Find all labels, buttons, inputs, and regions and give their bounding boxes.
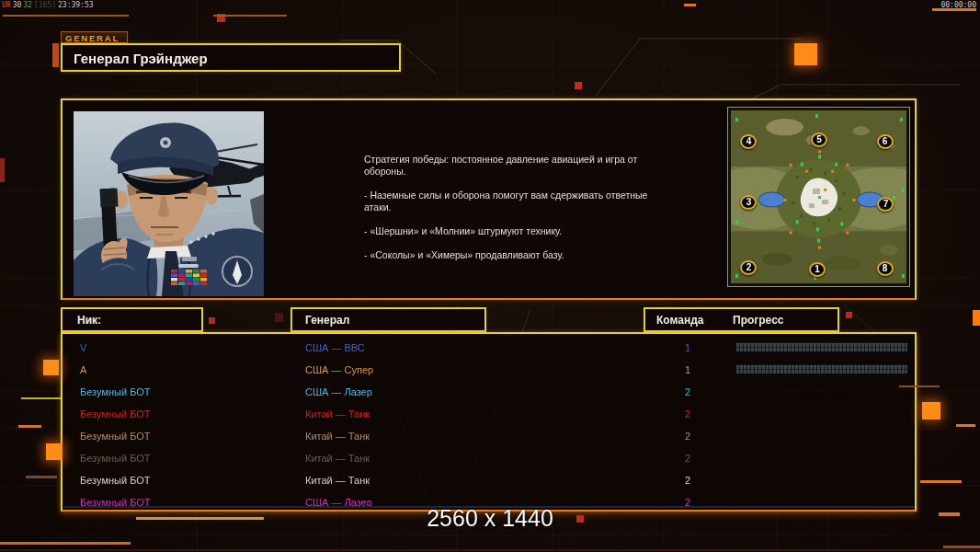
player-general: США — Лазер	[305, 381, 372, 403]
decor-square	[275, 313, 283, 322]
player-progress-bar	[735, 342, 908, 352]
header-nick-label: Ник:	[77, 314, 101, 327]
decor-line	[939, 512, 960, 516]
decor-square	[209, 317, 215, 324]
table-row: Безумный БОТКитай — Танк2	[63, 469, 915, 491]
minimap-start-marker: 3	[740, 195, 757, 210]
minimap-start-marker: 8	[877, 261, 894, 276]
table-row: Безумный БОТКитай — Танк2	[63, 447, 915, 469]
table-row: Безумный БОТСША — Лазер2	[63, 381, 915, 403]
player-general: Китай — Танк	[305, 425, 370, 447]
header-team-label: Команда	[656, 314, 703, 327]
decor-square	[794, 43, 817, 65]
table-row: Безумный БОТКитай — Танк2	[63, 403, 915, 425]
general-tab-label: GENERAL	[61, 31, 128, 43]
debug-overlay: UR3032[165]23:39:53	[2, 1, 96, 9]
player-general: США — Супер	[305, 359, 373, 381]
decor-line	[920, 480, 962, 483]
minimap-start-marker: 6	[877, 134, 894, 149]
player-nick: A	[80, 359, 86, 381]
minimap-start-marker: 2	[740, 260, 757, 275]
player-general: США — ВВС	[305, 337, 365, 359]
header-general-label: Генерал	[305, 314, 349, 327]
decor-square	[973, 310, 980, 326]
player-general: Китай — Танк	[305, 447, 370, 469]
header-general-box: Генерал	[291, 307, 486, 332]
debug-ur: UR	[2, 1, 11, 9]
player-team: 2	[680, 403, 695, 425]
decor-line	[136, 517, 264, 520]
strategy-briefing: Стратегия победы: постоянное давление ав…	[364, 154, 750, 273]
player-nick: Безумный БОТ	[80, 425, 151, 447]
decor-line	[684, 4, 696, 6]
debug-clock: 23:39:53	[58, 1, 94, 9]
general-title-box: Генерал Грэйнджер	[61, 43, 401, 72]
table-row: Безумный БОТКитай — Танк2	[63, 425, 915, 447]
decor-square	[575, 82, 582, 89]
decor-square	[576, 515, 584, 523]
minimap: 45637218	[727, 107, 910, 287]
player-progress-bar	[735, 364, 908, 374]
decor-line	[943, 546, 980, 548]
minimap-start-marker: 7	[877, 197, 894, 212]
player-team: 2	[680, 381, 695, 403]
debug-bracket: [165]	[34, 1, 56, 9]
decor-line	[64, 506, 915, 508]
decor-line	[956, 424, 975, 427]
decor-square	[52, 43, 59, 67]
player-team: 2	[680, 425, 695, 447]
decor-line	[213, 15, 287, 17]
minimap-markers: 45637218	[731, 110, 906, 283]
header-team-progress-box: Команда Прогресс	[644, 307, 839, 332]
player-general: Китай — Танк	[305, 469, 370, 491]
player-nick: V	[80, 337, 86, 359]
players-table: VСША — ВВС1AСША — Супер1Безумный БОТСША …	[61, 332, 917, 512]
player-nick: Безумный БОТ	[80, 469, 151, 491]
decor-square	[46, 443, 63, 460]
briefing-paragraph: Стратегия победы: постоянное давление ав…	[364, 154, 750, 178]
decor-square	[846, 312, 852, 318]
player-team: 2	[680, 447, 695, 469]
debug-val: 32	[23, 1, 32, 9]
player-team: 2	[680, 469, 695, 491]
loading-screen: UR3032[165]23:39:53 00:00:00 GENERAL Ген…	[0, 0, 980, 552]
decor-line	[932, 8, 976, 11]
briefing-paragraph: - «Соколы» и «Химеры» продавливают базу.	[364, 249, 750, 261]
minimap-start-marker: 5	[811, 132, 827, 147]
header-nick-box: Ник:	[61, 307, 203, 332]
decor-line	[3, 15, 129, 17]
player-nick: Безумный БОТ	[80, 381, 151, 403]
decor-line	[0, 549, 980, 551]
debug-fps: 30	[13, 1, 22, 9]
decor-line	[18, 425, 41, 428]
decor-line	[26, 476, 57, 478]
general-portrait	[74, 111, 264, 296]
decor-line	[0, 542, 131, 545]
player-general: Китай — Танк	[305, 403, 370, 425]
minimap-start-marker: 4	[740, 134, 757, 149]
decor-square	[0, 158, 5, 182]
player-nick: Безумный БОТ	[80, 403, 151, 425]
player-team: 1	[680, 359, 695, 381]
general-name: Генерал Грэйнджер	[74, 50, 208, 65]
player-team: 1	[680, 337, 695, 359]
briefing-box: Стратегия победы: постоянное давление ав…	[61, 98, 917, 300]
decor-line	[899, 385, 940, 387]
minimap-start-marker: 1	[809, 262, 826, 277]
briefing-paragraph: - Наземные силы и оборона помогут вам сд…	[364, 190, 750, 213]
table-row: AСША — Супер1	[63, 359, 915, 381]
table-row: VСША — ВВС1	[63, 337, 915, 359]
decor-square	[922, 402, 940, 420]
briefing-paragraph: - «Шершни» и «Молнии» штурмуют технику.	[364, 225, 750, 237]
player-nick: Безумный БОТ	[80, 447, 151, 469]
header-progress-label: Прогресс	[733, 314, 783, 327]
decor-line	[21, 397, 61, 399]
decor-square	[43, 360, 59, 375]
